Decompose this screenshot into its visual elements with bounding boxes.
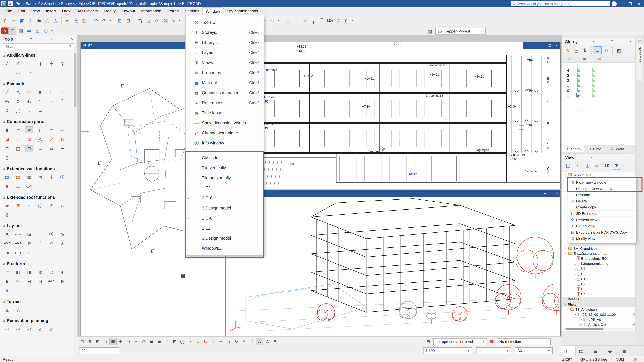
freeform-face-icon[interactable]: ▱	[3, 269, 11, 276]
visibility-col-icon[interactable]: ▱	[567, 56, 573, 61]
demolish-icon[interactable]: ◷	[3, 326, 11, 333]
toolbar-icon[interactable]	[114, 17, 114, 24]
print-icon[interactable]: ⎙	[26, 16, 34, 25]
slab-icon[interactable]: ▱	[14, 126, 22, 133]
wall-info-icon[interactable]: ⓘ	[59, 174, 66, 181]
command-input[interactable]: ??	[79, 347, 120, 354]
aux-perp-icon[interactable]: ⊥	[26, 60, 33, 67]
window-menu-item[interactable]: 3 Design model	[186, 233, 264, 243]
menu[interactable]: Extras	[164, 7, 182, 15]
zoom-all-icon[interactable]: ⊚	[86, 338, 94, 345]
window-menu-item[interactable]: ✓ 1 G-G	[186, 213, 264, 223]
export-pdf-icon[interactable]: ▼ PDF|DXF	[612, 162, 621, 170]
storey-row[interactable]: 1▙▙	[562, 83, 636, 88]
tree-item[interactable]: ↗ E2 ⟳	[562, 281, 636, 286]
minimize-button[interactable]: ─	[542, 44, 544, 47]
chevron-down-icon[interactable]: ▾	[28, 37, 33, 40]
torus2-icon[interactable]: ◎	[48, 269, 55, 276]
window-menu-item[interactable]: ⟷ Show dimension values	[186, 118, 264, 128]
zoom-window-icon[interactable]: ⊡	[94, 338, 101, 345]
tab-references[interactable]: ◈…	[604, 346, 619, 356]
window-menu-item[interactable]: ≡ Layer... Ctrl+4	[186, 48, 264, 58]
opening-icon[interactable]: ⌐	[59, 145, 66, 152]
slab-active-icon[interactable]: ▰	[26, 126, 33, 133]
layer-select[interactable]: 15_Treppen-Podest▼	[435, 28, 486, 34]
tree-item[interactable]: ↗ E1 ⟳	[562, 276, 636, 281]
modify-view-icon[interactable]: ◫	[583, 162, 592, 169]
storey-manage-icon[interactable]: ▤	[572, 46, 580, 54]
view-3d-label[interactable]: 3D	[602, 162, 611, 169]
wall-axis-icon[interactable]: ╥	[309, 16, 317, 25]
menu[interactable]: ?	[261, 7, 269, 15]
dim-chain-icon[interactable]: ⇥	[3, 249, 11, 256]
person-icon[interactable]: ∤	[186, 338, 194, 345]
window-menu-item[interactable]: ⓘ Info window	[186, 138, 264, 148]
dim-arrow-icon[interactable]: ←	[26, 249, 33, 256]
pen-icon[interactable]: ✎	[240, 338, 248, 345]
angle-dim-icon[interactable]: ∡	[59, 240, 66, 247]
print-area-icon[interactable]: ⎙	[140, 338, 148, 345]
list-view-icon[interactable]: ▭	[594, 46, 602, 54]
storey-toolbar-icon[interactable]	[612, 47, 613, 54]
union-icon[interactable]: ⊕	[59, 278, 66, 285]
hatch-icon[interactable]: ▨	[26, 231, 33, 238]
select-add-icon[interactable]: ◻	[144, 16, 152, 25]
storey-row[interactable]: 0▙▙	[562, 88, 636, 93]
window-menu-item[interactable]: ⊞ Views... Ctrl+5	[186, 58, 264, 68]
tree-item[interactable]: ↗ Ansicht Ost ⟳	[562, 322, 636, 327]
box-open-icon[interactable]: ◩	[171, 338, 178, 345]
minimize-button[interactable]: ─	[618, 2, 625, 5]
chevron-down-icon[interactable]: ▾	[591, 40, 596, 43]
camera-icon[interactable]: ⊙	[343, 16, 351, 25]
tab-views[interactable]: ◫…	[561, 346, 576, 356]
redraw-icon[interactable]: ▢	[78, 338, 86, 345]
wall-delete-icon[interactable]: ✖	[3, 183, 11, 190]
window-menu-item[interactable]: ◷ Time lapse...	[186, 108, 264, 118]
arc-icon[interactable]: ⌒	[59, 98, 66, 105]
close-icon[interactable]: ✕	[628, 40, 633, 43]
tree-item[interactable]: v ↗ Plots ⟳	[562, 302, 636, 307]
text-icon[interactable]: A	[3, 231, 11, 238]
extrude-icon[interactable]: ◧	[14, 269, 22, 276]
tree-item[interactable]: ↗ E3 ⟳	[562, 286, 636, 292]
pin-icon[interactable]: ⊤	[610, 40, 614, 43]
stairs-rail-icon[interactable]: ≋	[48, 145, 55, 152]
context-menu-item[interactable]: ⧉ Float view window	[568, 179, 636, 186]
reno-roof-icon[interactable]: ⌂	[36, 326, 44, 333]
cube-wire-icon[interactable]: ▫	[225, 338, 232, 345]
menu[interactable]: File	[3, 7, 15, 15]
solid-dark-icon[interactable]: ◼	[148, 338, 155, 345]
tab-properties[interactable]: ▤ Properties	[636, 37, 644, 81]
surface-icon[interactable]: ◠	[14, 278, 22, 285]
polygon-icon[interactable]: ◇	[59, 88, 66, 95]
tree-item[interactable]: ↗ E0 ⟳	[562, 271, 636, 276]
dropdown-arrow-icon[interactable]: ▾	[574, 162, 582, 169]
reno-house-icon[interactable]: ⌂	[48, 326, 55, 333]
context-menu-item[interactable]: ⟳ Refresh view	[568, 217, 636, 223]
undo-icon[interactable]: ↶	[92, 16, 100, 25]
spline-icon[interactable]: ∿	[26, 107, 33, 114]
roof-info-icon[interactable]: ⓘ	[36, 202, 44, 209]
zoom-out-icon[interactable]: ⊟	[124, 16, 132, 25]
toolbar-icon[interactable]	[90, 17, 90, 24]
tree-item[interactable]: ↗ U1 ⟳	[562, 266, 636, 271]
menu[interactable]: Information	[138, 7, 164, 15]
aux-parallel-icon[interactable]: ∥	[36, 60, 44, 67]
toolbar-icon[interactable]	[134, 17, 134, 24]
aux-concentric-icon[interactable]: ◎	[59, 60, 66, 67]
cloud-icon[interactable]: ☁	[36, 107, 44, 114]
line-icon[interactable]: ╱	[3, 88, 11, 95]
print-preview-icon[interactable]: ◉	[35, 16, 43, 25]
aux-circle-center-icon[interactable]: ⊙	[3, 69, 11, 76]
tools-search-input[interactable]	[5, 44, 68, 49]
camera-next-icon[interactable]: ▻	[268, 16, 277, 25]
wall-swap-icon[interactable]: ⇄	[14, 183, 22, 190]
storey-panel-tab[interactable]: ▤Dime...	[584, 145, 607, 152]
cut-icon[interactable]: ✂	[64, 16, 72, 25]
frame-icon[interactable]: ▭	[36, 231, 44, 238]
height-dim-icon[interactable]: +0.1	[14, 240, 22, 247]
context-menu-item[interactable]: Create copy	[568, 204, 636, 211]
axis-up-icon[interactable]: ⇧	[210, 338, 217, 345]
grid-snap-icon[interactable]: ⊞	[271, 338, 279, 345]
window-menu-item[interactable]: 2 E2	[186, 223, 264, 233]
